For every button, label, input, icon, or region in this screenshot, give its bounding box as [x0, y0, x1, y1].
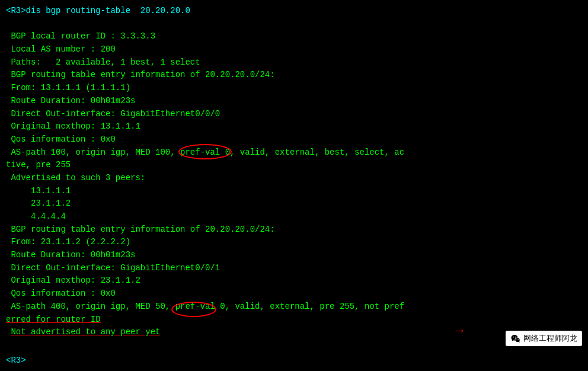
entry-info-2: BGP routing table entry information of 2… — [6, 223, 582, 236]
arrow-annotation: → — [456, 324, 464, 338]
direct-out-1: Direct Out-interface: GigabitEthernet0/0… — [6, 108, 582, 121]
nexthop-1: Original nexthop: 13.1.1.1 — [6, 120, 582, 133]
direct-out-2: Direct Out-interface: GigabitEthernet0/0… — [6, 262, 582, 275]
nexthop-2: Original nexthop: 23.1.1.2 — [6, 274, 582, 287]
bgp-router-id: BGP local router ID : 3.3.3.3 — [6, 30, 582, 43]
entry-info-1: BGP routing table entry information of 2… — [6, 69, 582, 82]
watermark-text: 网络工程师阿龙 — [523, 333, 577, 344]
from-1: From: 13.1.1.1 (1.1.1.1) — [6, 82, 582, 95]
command-line: <R3>dis bgp routing-table 20.20.20.0 — [6, 5, 582, 18]
as-path-2-cont: erred for router ID — [6, 314, 582, 327]
peer-2: 23.1.1.2 — [6, 197, 582, 210]
local-as: Local AS number : 200 — [6, 43, 582, 56]
as-path-2: AS-path 400, origin igp, MED 50, pref-va… — [6, 300, 582, 314]
from-2: From: 23.1.1.2 (2.2.2.2) — [6, 236, 582, 249]
as-path-1: AS-path 100, origin igp, MED 100, pref-v… — [6, 146, 582, 159]
advertised-label: Advertised to such 3 peers: — [6, 172, 582, 185]
peer-3: 4.4.4.4 — [6, 210, 582, 223]
watermark: 网络工程师阿龙 — [506, 331, 582, 346]
as-path-1-cont: tive, pre 255 — [6, 159, 582, 172]
qos-1: Qos information : 0x0 — [6, 133, 582, 146]
terminal-window: <R3>dis bgp routing-table 20.20.20.0 BGP… — [0, 0, 588, 371]
wechat-icon — [510, 333, 521, 344]
not-advertised-underline: Not advertised to any peer yet — [11, 327, 160, 337]
route-duration-1: Route Duration: 00h01m23s — [6, 95, 582, 108]
paths-line: Paths: 2 available, 1 best, 1 select — [6, 56, 582, 69]
route-duration-2: Route Duration: 00h01m23s — [6, 249, 582, 262]
underline-text: erred for router ID — [6, 315, 101, 324]
blank-line-1 — [6, 18, 582, 31]
bottom-prompt: <R3> — [6, 354, 582, 367]
not-advertised: Not advertised to any peer yet — [6, 326, 582, 339]
blank-line-2 — [6, 339, 582, 352]
peer-1: 13.1.1.1 — [6, 185, 582, 198]
qos-2: Qos information : 0x0 — [6, 287, 582, 300]
